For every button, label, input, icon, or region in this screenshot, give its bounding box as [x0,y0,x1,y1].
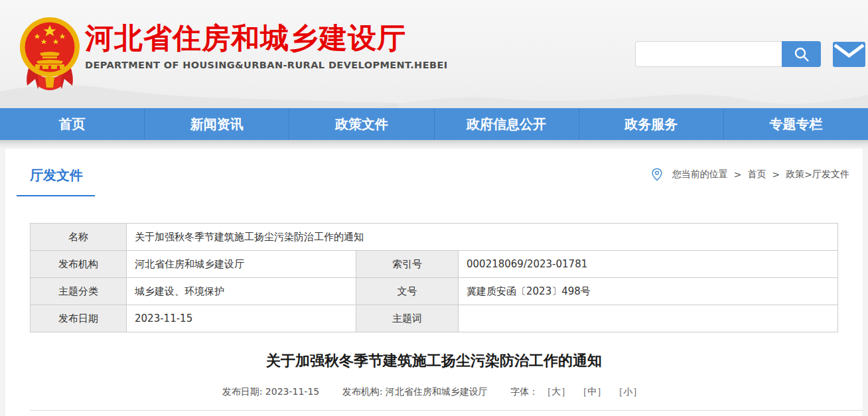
date-label-cell: 发布日期 [31,305,127,332]
font-size-controls: 字体：［大］［中］［小］ [510,386,646,397]
document-metadata-table: 名称 关于加强秋冬季节建筑施工扬尘污染防治工作的通知 发布机构 河北省住房和城乡… [30,223,838,332]
envelope-icon [833,42,865,67]
category-value-cell: 城乡建设、环境保护 [127,278,356,305]
breadcrumb-separator: > [804,169,812,180]
dotted-separator [30,410,863,411]
breadcrumb-separator: > [734,169,742,180]
breadcrumb-prefix: 您当前的位置 [672,169,728,180]
keywords-label-cell: 主题词 [356,305,459,332]
search-input[interactable] [635,41,782,67]
publish-date-label: 发布日期: [222,386,265,397]
publisher-value: 河北省住房和城乡建设厅 [386,386,488,397]
breadcrumb-separator: > [772,169,780,180]
breadcrumb-current[interactable]: 厅发文件 [812,169,849,180]
docnum-label-cell: 文号 [356,278,459,305]
publish-date-value: 2023-11-15 [265,386,319,397]
nav-item-gov-info[interactable]: 政府信息公开 [434,108,579,140]
nav-shadow-strip [0,140,868,149]
article-publish-date: 发布日期: 2023-11-15 [222,386,320,397]
font-size-small-button[interactable]: ［小］ [614,386,642,397]
name-value-cell: 关于加强秋冬季节建筑施工扬尘污染防治工作的通知 [127,224,838,251]
index-label-cell: 索引号 [356,251,459,278]
main-navigation: 首页 新闻资讯 政策文件 政府信息公开 政务服务 专题专栏 [0,108,868,140]
publisher-label: 发布机构: [342,386,386,397]
index-value-cell: 000218069/2023-01781 [459,251,838,278]
font-size-medium-button[interactable]: ［中］ [578,386,606,397]
nav-item-news[interactable]: 新闻资讯 [144,108,289,140]
section-title-underline [17,195,95,196]
breadcrumb-policy[interactable]: 政策 [786,169,804,180]
publisher-label-cell: 发布机构 [31,251,127,278]
name-label-cell: 名称 [31,224,127,251]
docnum-value-cell: 冀建质安函〔2023〕498号 [459,278,838,305]
content-wrapper: 厅发文件 您当前的位置 > 首页 > 政策 > 厅发文件 [0,149,868,416]
article-meta-line: 发布日期: 2023-11-15 发布机构: 河北省住房和城乡建设厅 字体：［大… [5,386,863,398]
nav-item-services[interactable]: 政务服务 [579,108,723,140]
font-size-label: 字体： [510,386,538,397]
table-row-date-keywords: 发布日期 2023-11-15 主题词 [31,305,838,332]
table-row-publisher-index: 发布机构 河北省住房和城乡建设厅 索引号 000218069/2023-0178… [31,251,838,278]
content-card: 厅发文件 您当前的位置 > 首页 > 政策 > 厅发文件 [5,149,863,416]
font-size-large-button[interactable]: ［大］ [542,386,570,397]
date-value-cell: 2023-11-15 [127,305,356,332]
nav-item-home[interactable]: 首页 [0,108,144,140]
site-title-block: 河北省住房和城乡建设厅 DEPARTMENT OF HOUSING&URBAN-… [85,23,448,70]
breadcrumb: 您当前的位置 > 首页 > 政策 > 厅发文件 [652,168,849,181]
nav-item-special[interactable]: 专题专栏 [723,108,868,140]
table-row-name: 名称 关于加强秋冬季节建筑施工扬尘污染防治工作的通知 [31,224,838,251]
category-label-cell: 主题分类 [31,278,127,305]
nav-item-policy[interactable]: 政策文件 [289,108,433,140]
breadcrumb-home[interactable]: 首页 [748,169,766,180]
card-header: 厅发文件 您当前的位置 > 首页 > 政策 > 厅发文件 [5,149,863,196]
search-button[interactable] [782,41,821,67]
site-header: 河北省住房和城乡建设厅 DEPARTMENT OF HOUSING&URBAN-… [0,0,868,108]
page-title: 厅发文件 [30,167,83,184]
site-subtitle: DEPARTMENT OF HOUSING&URBAN-RURAL DEVELO… [85,60,448,70]
table-row-category-docnum: 主题分类 城乡建设、环境保护 文号 冀建质安函〔2023〕498号 [31,278,838,305]
publisher-value-cell: 河北省住房和城乡建设厅 [127,251,356,278]
article-title: 关于加强秋冬季节建筑施工扬尘污染防治工作的通知 [5,351,863,371]
breadcrumb-tail: 政策 > 厅发文件 [786,169,849,180]
search-icon [793,46,810,63]
mail-button[interactable] [833,42,865,67]
search-area [635,41,821,67]
site-title: 河北省住房和城乡建设厅 [85,23,448,54]
article-publisher: 发布机构: 河北省住房和城乡建设厅 [342,386,488,397]
national-emblem-logo [18,13,82,94]
location-pin-icon [652,168,662,181]
keywords-value-cell [459,305,838,332]
